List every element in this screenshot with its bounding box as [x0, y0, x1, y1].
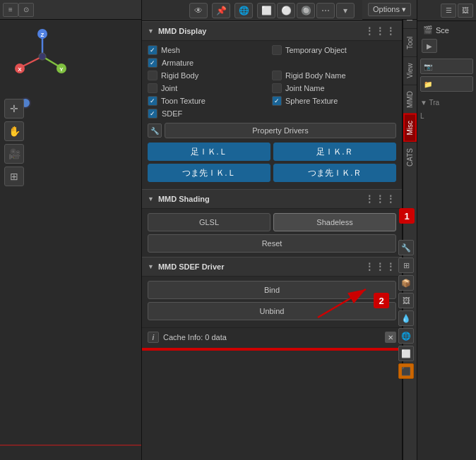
cube-icon-2[interactable]: ⬜: [398, 346, 414, 361]
sphere-icon[interactable]: 🔘: [297, 3, 315, 18]
cache-info-text: Cache Info: 0 data: [163, 333, 381, 341]
cube-icon[interactable]: 📦: [398, 275, 414, 291]
list-view-icon[interactable]: ☰: [441, 4, 456, 18]
sdef-checkbox[interactable]: [148, 109, 157, 119]
image-icon[interactable]: 🖼: [458, 4, 473, 18]
camera-tool-btn[interactable]: 🎥: [4, 144, 24, 164]
info-icon: i: [148, 332, 159, 343]
unbind-btn[interactable]: Unbind: [148, 302, 396, 320]
axes-widget: Z Y X: [14, 28, 71, 85]
mmd-sdef-header[interactable]: ▼ MMD SDEF Driver ⋮⋮⋮: [142, 257, 402, 277]
badge-2: 2: [374, 293, 389, 308]
square-icon[interactable]: ⬜: [257, 3, 275, 18]
panel-content: ▼ MMD Display ⋮⋮⋮ Mesh Temporary Object: [142, 21, 402, 460]
property-drivers-btn[interactable]: Property Drivers: [165, 123, 396, 138]
tab-view[interactable]: View: [403, 56, 417, 85]
scene-label: Sce: [436, 26, 449, 35]
tab-cats[interactable]: CATS: [403, 142, 417, 172]
mmd-sdef-body: Bind Unbind: [142, 277, 402, 327]
l-section-label: L: [420, 111, 473, 121]
toon-texture-checkbox-item: Toon Texture: [148, 96, 272, 106]
scene-item[interactable]: 🎬 Sce: [420, 24, 473, 36]
joint-name-checkbox-item: Joint Name: [272, 83, 396, 93]
far-right-top-bar: ☰ 🖼: [417, 0, 476, 21]
mmd-shading-header[interactable]: ▼ MMD Shading ⋮⋮⋮: [142, 189, 402, 209]
checkbox-row-joint: Joint Joint Name: [148, 83, 396, 93]
mmd-shading-dots: ⋮⋮⋮: [364, 193, 396, 205]
svg-point-9: [39, 53, 46, 60]
add-tool-btn[interactable]: ✛: [4, 99, 24, 119]
reset-btn[interactable]: Reset: [148, 234, 396, 253]
mid-right-icons: 🔧 ⊞ 📦 🖼 💧 🌐 ⬜ ⬛: [398, 240, 414, 379]
arrow-btn[interactable]: ▶: [422, 39, 437, 53]
glsl-btn[interactable]: GLSL: [148, 213, 270, 231]
tab-mmd[interactable]: MMD: [403, 85, 417, 114]
tab-tool[interactable]: Tool: [403, 28, 417, 56]
tra-section-label: ▼ Tra: [420, 97, 473, 108]
globe-icon-2[interactable]: 🌐: [398, 328, 414, 344]
joint-label: Joint: [161, 84, 177, 92]
viewport-tools: ✛ ✋ 🎥 ⊞: [4, 99, 24, 186]
mesh-label: Mesh: [161, 46, 180, 54]
cache-info-bar: i Cache Info: 0 data ✕: [142, 327, 402, 346]
drivers-icon: 🔧: [148, 123, 162, 138]
mmd-display-header[interactable]: ▼ MMD Display ⋮⋮⋮: [142, 21, 402, 41]
viewport-toolbar: ≡ ⊙: [0, 0, 141, 20]
joint-checkbox-item: Joint: [148, 83, 272, 93]
sphere-texture-checkbox[interactable]: [272, 96, 282, 106]
view-menu-icon[interactable]: 👁: [189, 3, 208, 18]
checkbox-row-armature: Armature: [148, 58, 396, 68]
rigid-body-checkbox[interactable]: [148, 71, 157, 80]
ik-btn-foot-l[interactable]: 足ＩＫ.Ｌ: [148, 143, 270, 161]
globe-icon[interactable]: 🌐: [234, 3, 253, 18]
circle-icon[interactable]: ⚪: [277, 3, 295, 18]
viewport-overlay-btn[interactable]: ⊙: [18, 3, 34, 17]
armature-checkbox[interactable]: [148, 58, 157, 68]
shadeless-label: Shadeless: [316, 218, 352, 226]
ik-buttons-grid: 足ＩＫ.Ｌ 足ＩＫ.Ｒ つま先ＩＫ.Ｌ つま先ＩＫ.Ｒ: [148, 143, 396, 182]
joint-name-checkbox[interactable]: [272, 83, 282, 93]
grid-icon[interactable]: ⊞: [398, 258, 414, 273]
shading-collapse-icon: ▼: [148, 195, 154, 202]
render-icon-btn[interactable]: 📷: [420, 59, 473, 74]
dots-icon[interactable]: ⋯: [316, 3, 335, 18]
checkbox-row-sdef: SDEF: [148, 109, 396, 119]
temp-obj-label: Temporary Object: [285, 46, 347, 54]
hand-tool-btn[interactable]: ✋: [4, 121, 24, 141]
mmd-shading-header-left: ▼ MMD Shading: [148, 195, 210, 203]
sdef-label: SDEF: [162, 109, 182, 118]
mmd-display-title: MMD Display: [158, 27, 206, 35]
toon-texture-checkbox[interactable]: [148, 96, 157, 106]
ik-btn-toe-l[interactable]: つま先ＩＫ.Ｌ: [148, 164, 270, 182]
mesh-checkbox[interactable]: [148, 45, 157, 55]
water-icon[interactable]: 💧: [398, 310, 414, 326]
joint-checkbox[interactable]: [148, 83, 157, 93]
rigid-body-name-checkbox[interactable]: [272, 71, 282, 80]
tab-misc[interactable]: Misc: [403, 114, 417, 143]
dropdown-icon[interactable]: ▾: [336, 3, 355, 18]
shadeless-btn[interactable]: Shadeless: [273, 213, 396, 231]
options-bar: Options ▾: [362, 0, 417, 20]
image-icon-2[interactable]: 🖼: [398, 293, 414, 308]
grid-tool-btn[interactable]: ⊞: [4, 167, 24, 186]
far-right-panel: ☰ 🖼 🎬 Sce ▶ 📷 📁 ▼ Tra L: [417, 0, 476, 460]
tool-icon-1[interactable]: 🔧: [398, 240, 414, 255]
temp-obj-checkbox[interactable]: [272, 45, 282, 55]
orange-cube-icon[interactable]: ⬛: [398, 363, 414, 379]
bind-btn[interactable]: Bind: [148, 281, 396, 299]
ik-btn-toe-r[interactable]: つま先ＩＫ.Ｒ: [273, 164, 396, 182]
viewport-menu-btn[interactable]: ≡: [3, 3, 18, 17]
ik-btn-foot-r[interactable]: 足ＩＫ.Ｒ: [273, 143, 396, 161]
checkbox-row-toon: Toon Texture Sphere Texture: [148, 96, 396, 106]
svg-text:X: X: [18, 66, 22, 73]
sphere-texture-checkbox-item: Sphere Texture: [272, 96, 396, 106]
sdef-collapse-icon: ▼: [148, 263, 154, 270]
folder-icon-btn[interactable]: 📁: [420, 76, 473, 92]
rigid-body-name-checkbox-item: Rigid Body Name: [272, 71, 396, 80]
options-label[interactable]: Options ▾: [368, 3, 411, 16]
rigid-body-name-label: Rigid Body Name: [285, 71, 346, 80]
pin-icon[interactable]: 📌: [212, 3, 230, 18]
grid-line: [0, 444, 141, 446]
cache-info-close-btn[interactable]: ✕: [385, 332, 396, 343]
shading-mode-row: GLSL Shadeless: [148, 213, 396, 231]
